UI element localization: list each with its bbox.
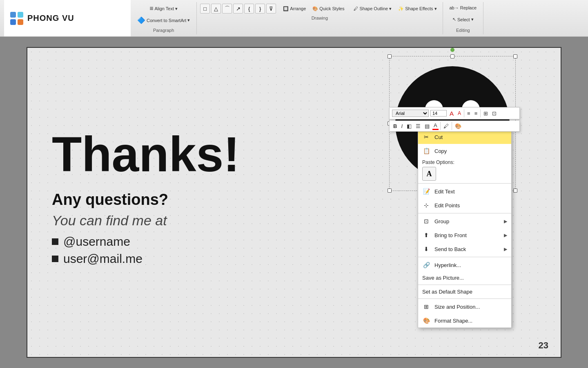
decrease-indent-btn[interactable]: ⊡: [491, 110, 498, 117]
separator-1: [464, 109, 464, 117]
paragraph-group: ≡ Align Text ▾ 🔷 Convert to SmartArt ▾ P…: [131, 2, 197, 34]
logo-dot-2: [18, 12, 23, 18]
handle-top-right[interactable]: [513, 54, 517, 58]
company-name: PHONG VU: [27, 13, 74, 23]
quick-styles-icon: 🎨: [312, 6, 318, 11]
shape-btn-1[interactable]: □: [200, 4, 210, 13]
bring-to-front-label: Bring to Front: [434, 232, 500, 238]
copy-item[interactable]: 📋 Copy: [418, 144, 511, 158]
increase-font-btn[interactable]: A: [448, 110, 455, 117]
edit-text-label: Edit Text: [434, 188, 507, 195]
shape-btn-4[interactable]: ↗: [233, 4, 243, 13]
shape-btn-2[interactable]: △: [211, 4, 221, 13]
logo-dot-3: [10, 19, 16, 25]
handle-bottom-left[interactable]: [388, 188, 392, 193]
chevron-down-icon4: ▾: [434, 6, 437, 11]
page-number: 23: [539, 340, 548, 351]
format-shape-icon: 🎨: [422, 316, 430, 325]
mini-toolbar-row1: Arial A A ≡ ≡ ⊞ ⊡: [389, 107, 520, 119]
group-item[interactable]: ⊡ Group ▶: [418, 214, 511, 228]
bring-to-front-item[interactable]: ⬆ Bring to Front ▶: [418, 228, 511, 242]
shape-btn-3[interactable]: ⌒: [222, 4, 232, 13]
separator-after-edit: [418, 213, 511, 213]
group-label: Group: [434, 218, 500, 224]
align-text-button[interactable]: ≡ Align Text ▾: [147, 4, 180, 13]
align-text-icon: ≡: [149, 5, 153, 12]
copy-label: Copy: [434, 148, 507, 154]
logo-area: PHONG VU: [4, 0, 131, 36]
edit-points-icon: ⊹: [422, 201, 430, 209]
italic-btn[interactable]: I: [400, 123, 404, 130]
chevron-down-icon2: ▾: [187, 18, 190, 23]
edit-text-icon: 📝: [422, 187, 430, 195]
handle-top-middle[interactable]: [450, 54, 454, 58]
mini-toolbar-row2: B I ◧ ☰ ▤ A 🖊 🎨: [389, 121, 520, 132]
list-ordered-btn[interactable]: ≡: [473, 110, 479, 117]
chevron-down-icon3: ▾: [389, 6, 392, 11]
slide[interactable]: Thanks! Any questions? You can find me a…: [27, 47, 561, 358]
align-center-btn[interactable]: ☰: [414, 123, 422, 130]
send-to-back-icon: ⬇: [422, 245, 430, 253]
edit-points-item[interactable]: ⊹ Edit Points: [418, 198, 511, 212]
highlight-btn[interactable]: 🖊: [442, 123, 450, 130]
shape-btn-5[interactable]: {: [244, 4, 254, 13]
replace-button[interactable]: ab→ Replace: [447, 4, 479, 12]
rotate-handle[interactable]: [450, 48, 454, 52]
shape-btn-6[interactable]: }: [255, 4, 265, 13]
set-default-shape-label: Set as Default Shape: [422, 289, 507, 295]
decrease-font-btn[interactable]: A: [457, 110, 462, 117]
size-position-label: Size and Position...: [434, 304, 507, 310]
select-content: ↖ Select ▾: [450, 15, 476, 24]
context-menu: ✂ Cut 📋 Copy Paste Options: A 📝 Edit Tex…: [418, 130, 512, 328]
paragraph-label: Paragraph: [153, 28, 174, 33]
format-shape-item[interactable]: 🎨 Format Shape...: [418, 314, 511, 328]
convert-smartart-button[interactable]: 🔷 Convert to SmartArt ▾: [135, 16, 192, 25]
shape-effects-button[interactable]: ✨ Shape Effects ▾: [396, 4, 439, 13]
shape-btn-more[interactable]: ⊽: [266, 4, 276, 13]
editing-group: ab→ Replace ↖ Select ▾ Editing: [443, 2, 484, 34]
drawing-label: Drawing: [312, 16, 328, 20]
font-size-input[interactable]: [430, 110, 447, 117]
paste-keep-formatting-btn[interactable]: A: [422, 167, 436, 181]
replace-icon: ab→: [450, 5, 459, 10]
separator-after-paste: [418, 183, 511, 184]
paint-format-btn[interactable]: 🎨: [454, 123, 463, 130]
editing-content: ab→ Replace: [447, 4, 479, 12]
size-position-item[interactable]: ⊞ Size and Position...: [418, 300, 511, 314]
select-button[interactable]: ↖ Select ▾: [450, 15, 476, 24]
paste-options-label: Paste Options:: [422, 159, 507, 165]
font-selector[interactable]: Arial: [392, 110, 429, 117]
bold-btn[interactable]: B: [392, 123, 398, 130]
send-to-back-label: Send to Back: [434, 246, 500, 252]
ribbon-groups: ≡ Align Text ▾ 🔷 Convert to SmartArt ▾ P…: [131, 0, 584, 36]
align-right-btn[interactable]: ▤: [423, 123, 431, 130]
editing-label: Editing: [456, 28, 470, 33]
bullet-1: [52, 238, 58, 245]
hyperlink-item[interactable]: 🔗 Hyperlink...: [418, 258, 511, 272]
set-default-shape-item[interactable]: Set as Default Shape: [418, 286, 511, 298]
send-to-back-item[interactable]: ⬇ Send to Back ▶: [418, 242, 511, 256]
list-unordered-btn[interactable]: ≡: [466, 110, 472, 117]
group-icon: ⊡: [422, 217, 430, 225]
font-color-btn[interactable]: A: [432, 122, 439, 130]
cut-item[interactable]: ✂ Cut: [418, 130, 511, 144]
handle-bottom-right[interactable]: [513, 188, 517, 193]
select-icon: ↖: [452, 17, 456, 22]
edit-text-item[interactable]: 📝 Edit Text: [418, 184, 511, 198]
separator-after-default: [418, 298, 511, 299]
username-text: @username: [63, 235, 130, 249]
quick-styles-button[interactable]: 🎨 Quick Styles: [310, 4, 347, 13]
bring-to-front-icon: ⬆: [422, 231, 430, 239]
handle-top-left[interactable]: [388, 54, 392, 58]
edit-points-label: Edit Points: [434, 202, 507, 209]
separator-after-order: [418, 257, 511, 257]
separator-2: [480, 109, 481, 117]
hyperlink-label: Hyperlink...: [434, 262, 507, 268]
arrange-button[interactable]: 🔲 Arrange: [281, 4, 308, 13]
save-as-picture-item[interactable]: Save as Picture...: [418, 272, 511, 284]
align-left-btn[interactable]: ◧: [405, 123, 413, 130]
increase-indent-btn[interactable]: ⊞: [482, 110, 489, 117]
paragraph-content: ≡ Align Text ▾: [147, 4, 180, 13]
shape-outline-button[interactable]: 🖊 Shape Outline ▾: [351, 4, 394, 13]
ribbon: PHONG VU ≡ Align Text ▾ 🔷 Convert to Sma…: [0, 0, 588, 37]
